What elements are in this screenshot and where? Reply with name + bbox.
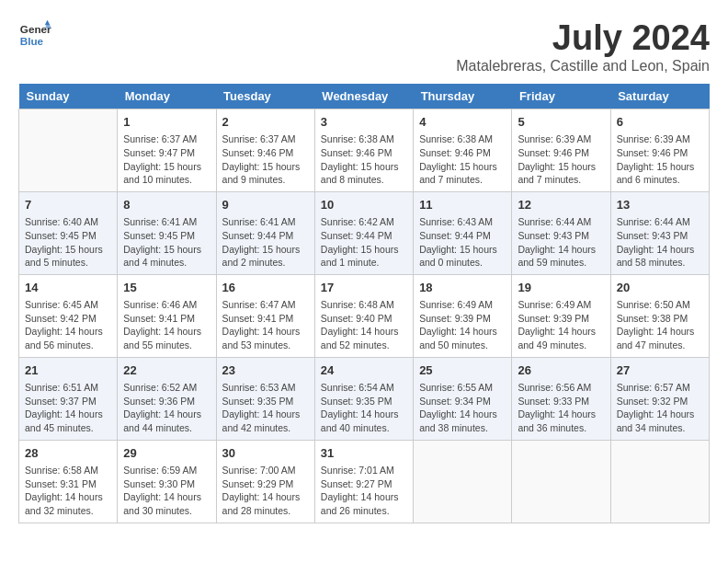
day-number: 10: [321, 197, 407, 213]
calendar-week-3: 14Sunrise: 6:45 AM Sunset: 9:42 PM Dayli…: [19, 274, 710, 357]
day-info: Sunrise: 6:51 AM Sunset: 9:37 PM Dayligh…: [25, 381, 111, 435]
day-number: 13: [617, 197, 703, 213]
day-info: Sunrise: 6:39 AM Sunset: 9:46 PM Dayligh…: [518, 132, 604, 187]
day-number: 20: [617, 280, 703, 296]
calendar-cell: 8Sunrise: 6:41 AM Sunset: 9:45 PM Daylig…: [118, 191, 216, 274]
day-info: Sunrise: 6:41 AM Sunset: 9:45 PM Dayligh…: [123, 215, 210, 270]
day-info: Sunrise: 6:39 AM Sunset: 9:46 PM Dayligh…: [617, 132, 703, 187]
day-number: 11: [419, 197, 506, 213]
day-info: Sunrise: 6:49 AM Sunset: 9:39 PM Dayligh…: [518, 298, 604, 352]
day-info: Sunrise: 6:37 AM Sunset: 9:47 PM Dayligh…: [123, 132, 210, 187]
day-info: Sunrise: 6:38 AM Sunset: 9:46 PM Dayligh…: [419, 132, 506, 187]
day-info: Sunrise: 6:37 AM Sunset: 9:46 PM Dayligh…: [222, 132, 309, 187]
location-title: Matalebreras, Castille and Leon, Spain: [456, 58, 710, 75]
calendar-cell: 17Sunrise: 6:48 AM Sunset: 9:40 PM Dayli…: [314, 274, 413, 357]
day-number: 28: [25, 445, 111, 462]
calendar-cell: 11Sunrise: 6:43 AM Sunset: 9:44 PM Dayli…: [414, 191, 512, 274]
calendar-cell: 30Sunrise: 7:00 AM Sunset: 9:29 PM Dayli…: [216, 440, 314, 523]
calendar-cell: 24Sunrise: 6:54 AM Sunset: 9:35 PM Dayli…: [314, 357, 413, 440]
day-number: 18: [419, 280, 506, 296]
calendar-cell: 26Sunrise: 6:56 AM Sunset: 9:33 PM Dayli…: [512, 357, 610, 440]
day-number: 6: [617, 114, 703, 131]
calendar-cell: 21Sunrise: 6:51 AM Sunset: 9:37 PM Dayli…: [19, 357, 118, 440]
calendar-cell: 2Sunrise: 6:37 AM Sunset: 9:46 PM Daylig…: [216, 109, 314, 192]
day-info: Sunrise: 6:50 AM Sunset: 9:38 PM Dayligh…: [617, 298, 703, 352]
day-info: Sunrise: 6:58 AM Sunset: 9:31 PM Dayligh…: [25, 464, 111, 518]
logo-icon: General Blue: [18, 18, 51, 52]
weekday-friday: Friday: [512, 84, 610, 109]
day-number: 5: [518, 114, 604, 131]
day-number: 31: [321, 445, 407, 462]
day-info: Sunrise: 6:46 AM Sunset: 9:41 PM Dayligh…: [123, 298, 210, 352]
calendar-cell: 27Sunrise: 6:57 AM Sunset: 9:32 PM Dayli…: [610, 357, 709, 440]
calendar-cell: 22Sunrise: 6:52 AM Sunset: 9:36 PM Dayli…: [118, 357, 216, 440]
calendar-cell: 7Sunrise: 6:40 AM Sunset: 9:45 PM Daylig…: [19, 191, 118, 274]
day-info: Sunrise: 6:41 AM Sunset: 9:44 PM Dayligh…: [222, 215, 309, 270]
day-number: 25: [419, 362, 506, 379]
day-info: Sunrise: 6:59 AM Sunset: 9:30 PM Dayligh…: [123, 464, 210, 518]
day-number: 2: [222, 114, 309, 131]
day-number: 12: [518, 197, 604, 213]
day-number: 21: [25, 362, 111, 379]
calendar-cell: 4Sunrise: 6:38 AM Sunset: 9:46 PM Daylig…: [414, 109, 512, 192]
day-info: Sunrise: 6:43 AM Sunset: 9:44 PM Dayligh…: [419, 215, 506, 270]
weekday-thursday: Thursday: [414, 84, 512, 109]
weekday-saturday: Saturday: [610, 84, 709, 109]
calendar-cell: 20Sunrise: 6:50 AM Sunset: 9:38 PM Dayli…: [610, 274, 709, 357]
calendar-cell: 9Sunrise: 6:41 AM Sunset: 9:44 PM Daylig…: [216, 191, 314, 274]
day-number: 1: [123, 114, 210, 131]
day-info: Sunrise: 7:00 AM Sunset: 9:29 PM Dayligh…: [222, 464, 309, 518]
weekday-tuesday: Tuesday: [216, 84, 314, 109]
calendar-cell: 10Sunrise: 6:42 AM Sunset: 9:44 PM Dayli…: [314, 191, 413, 274]
calendar-cell: 3Sunrise: 6:38 AM Sunset: 9:46 PM Daylig…: [314, 109, 413, 192]
day-number: 29: [123, 445, 210, 462]
weekday-wednesday: Wednesday: [314, 84, 413, 109]
day-number: 30: [222, 445, 309, 462]
day-info: Sunrise: 6:49 AM Sunset: 9:39 PM Dayligh…: [419, 298, 506, 352]
day-number: 24: [321, 362, 407, 379]
calendar-cell: 1Sunrise: 6:37 AM Sunset: 9:47 PM Daylig…: [118, 109, 216, 192]
calendar-cell: 5Sunrise: 6:39 AM Sunset: 9:46 PM Daylig…: [512, 109, 610, 192]
weekday-sunday: Sunday: [19, 84, 118, 109]
title-block: July 2024 Matalebreras, Castille and Leo…: [456, 18, 710, 75]
day-number: 9: [222, 197, 309, 213]
calendar-cell: 12Sunrise: 6:44 AM Sunset: 9:43 PM Dayli…: [512, 191, 610, 274]
day-info: Sunrise: 6:42 AM Sunset: 9:44 PM Dayligh…: [321, 215, 407, 270]
calendar-week-5: 28Sunrise: 6:58 AM Sunset: 9:31 PM Dayli…: [19, 440, 710, 523]
calendar-cell: [414, 440, 512, 523]
day-info: Sunrise: 6:40 AM Sunset: 9:45 PM Dayligh…: [25, 215, 111, 270]
day-info: Sunrise: 6:47 AM Sunset: 9:41 PM Dayligh…: [222, 298, 309, 352]
calendar-cell: 13Sunrise: 6:44 AM Sunset: 9:43 PM Dayli…: [610, 191, 709, 274]
day-info: Sunrise: 6:44 AM Sunset: 9:43 PM Dayligh…: [617, 215, 703, 270]
calendar-cell: 16Sunrise: 6:47 AM Sunset: 9:41 PM Dayli…: [216, 274, 314, 357]
calendar-week-2: 7Sunrise: 6:40 AM Sunset: 9:45 PM Daylig…: [19, 191, 710, 274]
calendar-week-1: 1Sunrise: 6:37 AM Sunset: 9:47 PM Daylig…: [19, 109, 710, 192]
calendar-cell: 28Sunrise: 6:58 AM Sunset: 9:31 PM Dayli…: [19, 440, 118, 523]
calendar-cell: 18Sunrise: 6:49 AM Sunset: 9:39 PM Dayli…: [414, 274, 512, 357]
day-info: Sunrise: 6:52 AM Sunset: 9:36 PM Dayligh…: [123, 381, 210, 435]
calendar-cell: 19Sunrise: 6:49 AM Sunset: 9:39 PM Dayli…: [512, 274, 610, 357]
day-number: 7: [25, 197, 111, 213]
calendar-table: SundayMondayTuesdayWednesdayThursdayFrid…: [18, 84, 710, 523]
calendar-cell: 25Sunrise: 6:55 AM Sunset: 9:34 PM Dayli…: [414, 357, 512, 440]
weekday-monday: Monday: [118, 84, 216, 109]
calendar-cell: 15Sunrise: 6:46 AM Sunset: 9:41 PM Dayli…: [118, 274, 216, 357]
calendar-cell: [512, 440, 610, 523]
calendar-cell: [19, 109, 118, 192]
day-info: Sunrise: 6:55 AM Sunset: 9:34 PM Dayligh…: [419, 381, 506, 435]
logo: General Blue: [18, 18, 51, 52]
page-header: General Blue July 2024 Matalebreras, Cas…: [18, 18, 710, 75]
day-number: 8: [123, 197, 210, 213]
day-info: Sunrise: 6:48 AM Sunset: 9:40 PM Dayligh…: [321, 298, 407, 352]
day-info: Sunrise: 6:57 AM Sunset: 9:32 PM Dayligh…: [617, 381, 703, 435]
day-info: Sunrise: 6:38 AM Sunset: 9:46 PM Dayligh…: [321, 132, 407, 187]
calendar-week-4: 21Sunrise: 6:51 AM Sunset: 9:37 PM Dayli…: [19, 357, 710, 440]
day-info: Sunrise: 6:44 AM Sunset: 9:43 PM Dayligh…: [518, 215, 604, 270]
weekday-header-row: SundayMondayTuesdayWednesdayThursdayFrid…: [19, 84, 710, 109]
calendar-cell: 6Sunrise: 6:39 AM Sunset: 9:46 PM Daylig…: [610, 109, 709, 192]
calendar-cell: 23Sunrise: 6:53 AM Sunset: 9:35 PM Dayli…: [216, 357, 314, 440]
calendar-cell: [610, 440, 709, 523]
calendar-cell: 31Sunrise: 7:01 AM Sunset: 9:27 PM Dayli…: [314, 440, 413, 523]
day-number: 22: [123, 362, 210, 379]
day-number: 16: [222, 280, 309, 296]
